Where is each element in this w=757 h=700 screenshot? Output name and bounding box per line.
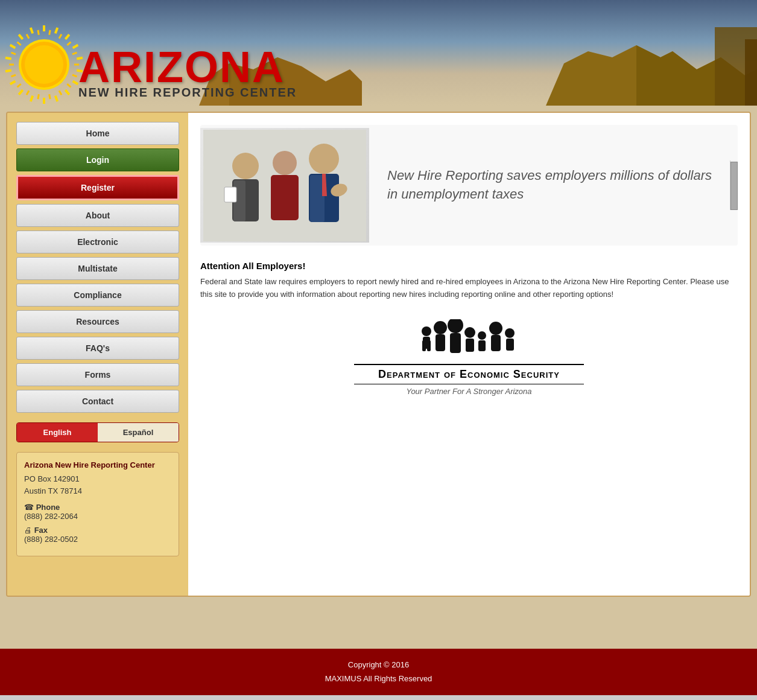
- svg-line-14: [55, 96, 57, 101]
- svg-line-16: [31, 96, 33, 101]
- phone-info: ☎ Phone (888) 282-2064: [24, 503, 171, 521]
- lang-english[interactable]: English: [17, 423, 98, 442]
- nav-contact[interactable]: Contact: [16, 390, 179, 413]
- svg-line-26: [67, 42, 71, 45]
- svg-line-41: [38, 30, 39, 35]
- svg-point-65: [464, 327, 475, 338]
- hero-tagline: New Hire Reporting saves employers milli…: [369, 154, 730, 216]
- contact-info: Arizona New Hire Reporting Center PO Box…: [16, 452, 179, 556]
- svg-line-7: [55, 28, 57, 33]
- svg-line-12: [73, 81, 78, 84]
- nav-register[interactable]: Register: [16, 175, 179, 200]
- svg-point-69: [489, 322, 502, 335]
- svg-point-49: [273, 151, 297, 175]
- svg-rect-66: [466, 339, 474, 352]
- svg-line-13: [65, 90, 69, 95]
- lang-espanol[interactable]: Español: [98, 423, 179, 442]
- svg-line-25: [59, 34, 62, 39]
- svg-line-35: [17, 84, 21, 87]
- des-logo: Department of Economic Security Your Par…: [354, 319, 584, 396]
- nav-compliance[interactable]: Compliance: [16, 284, 179, 307]
- svg-rect-64: [450, 333, 461, 353]
- nav-resources[interactable]: Resources: [16, 310, 179, 333]
- state-name: ARIZONA: [78, 45, 297, 89]
- des-family-icon: [378, 319, 559, 361]
- svg-line-18: [10, 81, 16, 84]
- header: ARIZONA NEW HIRE REPORTING CENTER: [0, 0, 757, 106]
- svg-line-31: [59, 91, 62, 95]
- nav-multistate[interactable]: Multistate: [16, 257, 179, 280]
- scrollbar-thumb[interactable]: [730, 162, 738, 210]
- nav-login[interactable]: Login: [16, 148, 179, 171]
- svg-line-36: [11, 75, 16, 77]
- people-illustration: [203, 130, 366, 241]
- svg-line-29: [72, 75, 77, 77]
- attention-section: Attention All Employers! Federal and Sta…: [200, 261, 738, 301]
- nav-electronic[interactable]: Electronic: [16, 231, 179, 253]
- header-title: ARIZONA NEW HIRE REPORTING CENTER: [78, 45, 297, 100]
- hero-section: New Hire Reporting saves employers milli…: [200, 125, 738, 246]
- svg-rect-50: [271, 175, 299, 220]
- svg-line-40: [27, 34, 29, 39]
- svg-rect-3: [745, 39, 757, 106]
- content-area: New Hire Reporting saves employers milli…: [188, 113, 750, 596]
- svg-line-21: [10, 45, 16, 48]
- phone-label: Phone: [36, 503, 60, 512]
- svg-point-63: [448, 319, 463, 333]
- svg-rect-70: [491, 335, 501, 351]
- svg-line-38: [11, 52, 16, 54]
- svg-point-71: [505, 328, 515, 338]
- phone-number: (888) 282-2064: [24, 512, 78, 521]
- org-name: Arizona New Hire Reporting Center: [24, 460, 171, 471]
- svg-line-23: [31, 28, 33, 33]
- rights-text: MAXIMUS All Rights Reserved: [9, 672, 748, 686]
- copyright-text: Copyright © 2016: [9, 658, 748, 672]
- sun-logo: [5, 19, 89, 104]
- svg-line-34: [27, 91, 29, 95]
- attention-body: Federal and State law requires employers…: [200, 276, 738, 301]
- svg-line-9: [73, 45, 78, 48]
- scrollbar[interactable]: [730, 161, 738, 210]
- inner-container: Home Login Register About Electronic Mul…: [6, 112, 751, 597]
- svg-line-24: [49, 30, 50, 35]
- svg-point-57: [422, 326, 431, 336]
- org-address: PO Box 142901 Austin TX 78714: [24, 473, 171, 497]
- address-line1: PO Box 142901: [24, 473, 171, 485]
- svg-line-22: [19, 34, 22, 39]
- svg-line-19: [5, 71, 11, 72]
- fax-label: Fax: [34, 526, 48, 535]
- des-logo-section: Department of Economic Security Your Par…: [200, 319, 738, 396]
- svg-line-27: [72, 52, 77, 54]
- des-org-title: Department of Economic Security: [354, 364, 584, 384]
- svg-line-20: [5, 58, 11, 59]
- nav-faqs[interactable]: FAQ's: [16, 337, 179, 360]
- svg-rect-60: [427, 340, 431, 351]
- footer: Copyright © 2016 MAXIMUS All Rights Rese…: [0, 649, 757, 695]
- fax-number: (888) 282-0502: [24, 535, 78, 544]
- svg-point-46: [232, 153, 259, 179]
- site-subtitle: NEW HIRE REPORTING CENTER: [78, 86, 297, 100]
- fax-icon: 🖨: [24, 526, 34, 535]
- svg-line-17: [19, 90, 22, 95]
- nav-about[interactable]: About: [16, 204, 179, 227]
- fax-info: 🖨 Fax (888) 282-0502: [24, 526, 171, 544]
- svg-rect-68: [478, 340, 486, 351]
- svg-line-33: [38, 94, 39, 99]
- svg-line-32: [49, 94, 50, 99]
- svg-rect-56: [224, 187, 236, 202]
- svg-point-61: [434, 321, 447, 334]
- address-line2: Austin TX 78714: [24, 485, 171, 497]
- svg-rect-59: [422, 340, 426, 351]
- svg-rect-72: [506, 339, 514, 351]
- svg-point-51: [309, 144, 339, 174]
- svg-line-8: [65, 34, 69, 39]
- svg-rect-62: [436, 334, 445, 351]
- svg-point-44: [25, 45, 63, 84]
- phone-icon: ☎: [24, 503, 36, 512]
- nav-home[interactable]: Home: [16, 122, 179, 145]
- language-switcher: English Español: [16, 422, 179, 442]
- nav-forms[interactable]: Forms: [16, 363, 179, 386]
- svg-point-67: [478, 331, 486, 340]
- sidebar: Home Login Register About Electronic Mul…: [7, 113, 188, 596]
- hero-image: [200, 128, 369, 243]
